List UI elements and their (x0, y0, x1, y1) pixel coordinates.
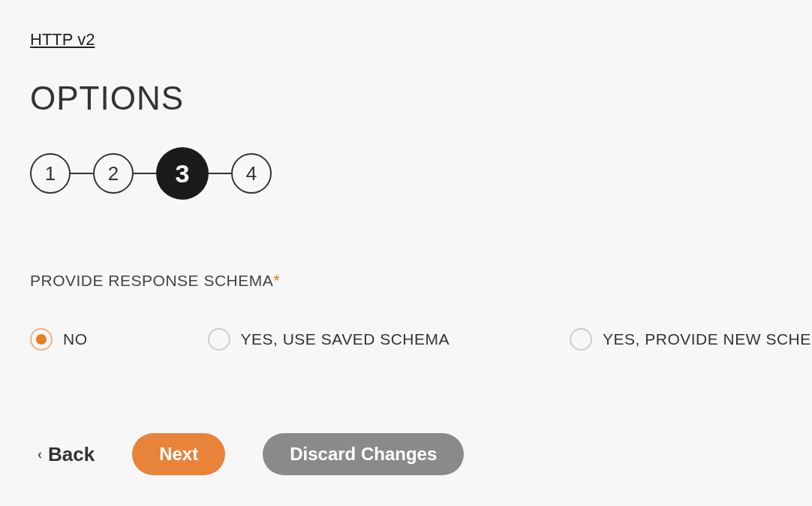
radio-label: NO (63, 330, 88, 348)
form-label: PROVIDE RESPONSE SCHEMA* (30, 271, 782, 291)
step-3[interactable]: 3 (156, 147, 209, 200)
next-button[interactable]: Next (132, 433, 225, 475)
discard-button[interactable]: Discard Changes (263, 433, 464, 475)
breadcrumb-link[interactable]: HTTP v2 (30, 30, 95, 49)
radio-option-saved-schema[interactable]: YES, USE SAVED SCHEMA (208, 328, 450, 351)
radio-label: YES, PROVIDE NEW SCHEMA (603, 330, 812, 348)
step-4[interactable]: 4 (231, 153, 272, 194)
back-label: Back (48, 443, 95, 466)
radio-label: YES, USE SAVED SCHEMA (241, 330, 450, 348)
radio-dot (36, 334, 47, 345)
radio-option-no[interactable]: NO (30, 328, 88, 351)
step-2[interactable]: 2 (93, 153, 134, 194)
step-connector (209, 173, 231, 174)
form-label-text: PROVIDE RESPONSE SCHEMA (30, 272, 273, 290)
step-1[interactable]: 1 (30, 153, 71, 194)
radio-circle (570, 328, 592, 351)
radio-option-new-schema[interactable]: YES, PROVIDE NEW SCHEMA (570, 328, 812, 351)
page-title: OPTIONS (30, 80, 782, 117)
required-indicator: * (273, 271, 280, 291)
radio-group: NO YES, USE SAVED SCHEMA YES, PROVIDE NE… (30, 328, 782, 351)
step-connector (134, 173, 156, 174)
step-connector (71, 173, 93, 174)
radio-circle (208, 328, 230, 351)
stepper: 1 2 3 4 (30, 147, 782, 200)
chevron-left-icon: ‹ (38, 447, 42, 462)
back-button[interactable]: ‹ Back (38, 443, 95, 466)
radio-circle (30, 328, 53, 351)
button-row: ‹ Back Next Discard Changes (38, 433, 782, 475)
